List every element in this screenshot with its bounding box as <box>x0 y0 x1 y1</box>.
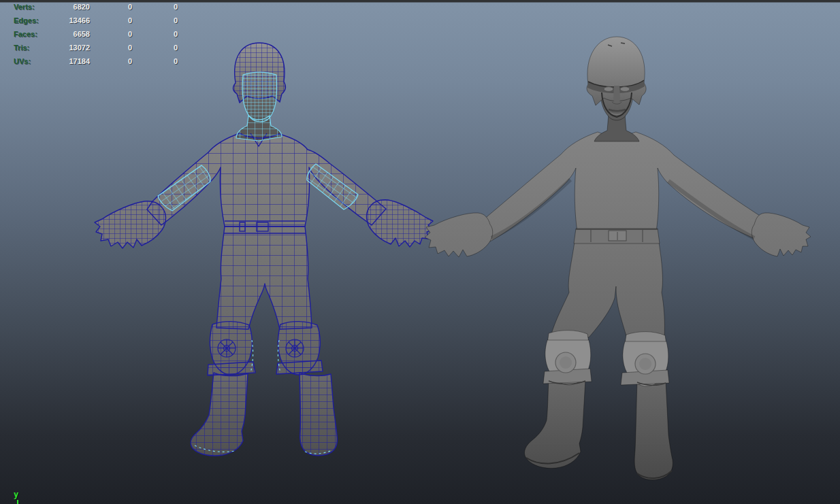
hud-row-tris: Tris: 13072 0 0 <box>0 41 178 54</box>
hud-row-edges: Edges: 13466 0 0 <box>0 14 178 27</box>
hud-label-uvs: UVs: <box>14 54 31 68</box>
sh-nose <box>613 86 620 103</box>
hud-value: 0 <box>132 41 178 54</box>
hud-value: 6820 <box>74 0 90 14</box>
hud-value: 0 <box>132 14 178 27</box>
hud-value: 0 <box>90 0 132 14</box>
hud-value: 0 <box>90 41 132 54</box>
wf-kneepad-wheel-right <box>286 339 304 357</box>
scene-svg <box>0 0 840 504</box>
hud-label-faces: Faces: <box>14 27 37 41</box>
hud-value: 6658 <box>74 27 90 41</box>
hud-label-tris: Tris: <box>14 41 29 54</box>
sh-kneepad-circles <box>555 352 656 374</box>
hud-value: 13466 <box>69 14 90 27</box>
hud-row-faces: Faces: 6658 0 0 <box>0 27 178 41</box>
hud-label-edges: Edges: <box>14 14 39 27</box>
hud-value: 0 <box>132 0 178 14</box>
axis-y-line <box>17 500 18 504</box>
sh-boot-right <box>634 381 673 480</box>
hud-row-verts: Verts: 6820 0 0 <box>0 0 178 14</box>
axis-y-label: y <box>14 490 18 499</box>
wireframe-model[interactable] <box>95 43 433 456</box>
sh-eye-right <box>620 87 630 92</box>
viewport-3d[interactable]: Verts: 6820 0 0 Edges: 13466 0 0 Faces: … <box>0 0 840 504</box>
hud-value: 0 <box>90 14 132 27</box>
hud-value: 13072 <box>69 41 90 54</box>
sh-surface <box>425 37 811 480</box>
hud-value: 0 <box>132 27 178 41</box>
hud-row-uvs: UVs: 17184 0 0 <box>0 54 178 68</box>
wf-kneepad-wheel-left <box>218 339 236 357</box>
sh-pants <box>551 242 664 338</box>
hud-label-verts: Verts: <box>14 0 35 14</box>
hud-value: 17184 <box>69 54 90 68</box>
poly-count-hud: Verts: 6820 0 0 Edges: 13466 0 0 Faces: … <box>0 0 178 68</box>
hud-value: 0 <box>90 27 132 41</box>
sh-torso <box>479 132 767 241</box>
shaded-model[interactable] <box>425 37 811 480</box>
sh-eye-left <box>604 87 613 92</box>
hud-value: 0 <box>90 54 132 68</box>
hud-value: 0 <box>132 54 178 68</box>
sh-hand-right <box>752 213 811 256</box>
sh-hand-left <box>425 213 493 257</box>
